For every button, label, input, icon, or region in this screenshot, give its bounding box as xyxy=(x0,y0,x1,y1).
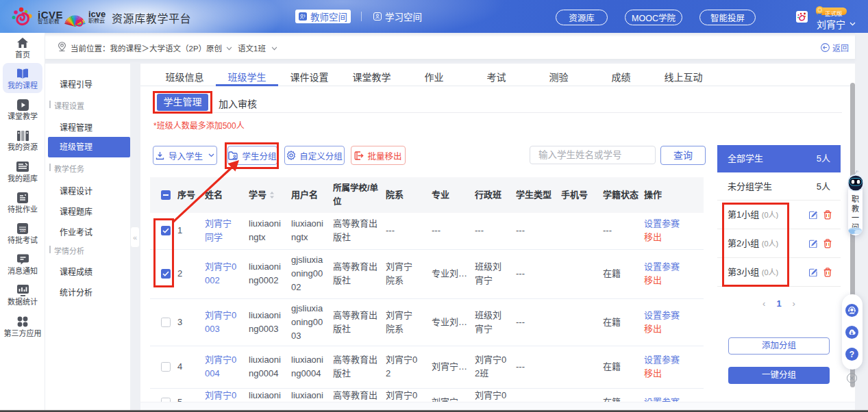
svg-text:100: 100 xyxy=(20,229,26,233)
